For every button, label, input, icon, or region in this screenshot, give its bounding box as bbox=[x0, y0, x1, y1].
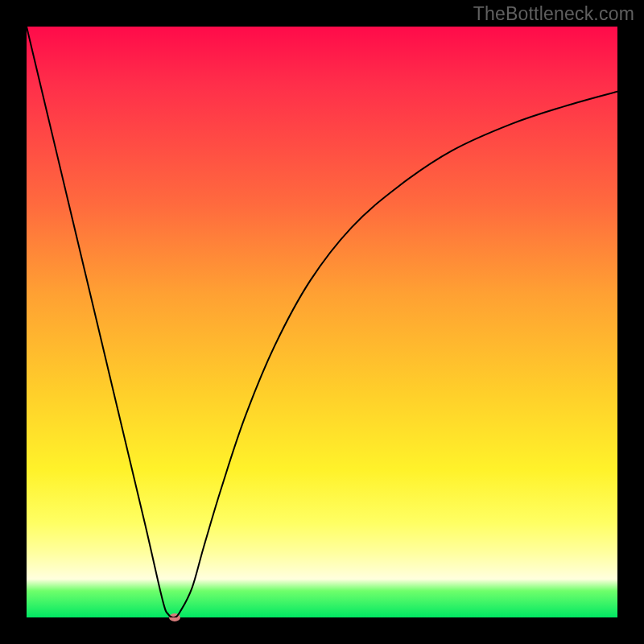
curve-svg bbox=[27, 27, 617, 617]
watermark-text: TheBottleneck.com bbox=[473, 3, 634, 25]
plot-area bbox=[27, 27, 617, 617]
bottleneck-curve bbox=[27, 27, 617, 617]
chart-frame: TheBottleneck.com bbox=[0, 0, 644, 644]
